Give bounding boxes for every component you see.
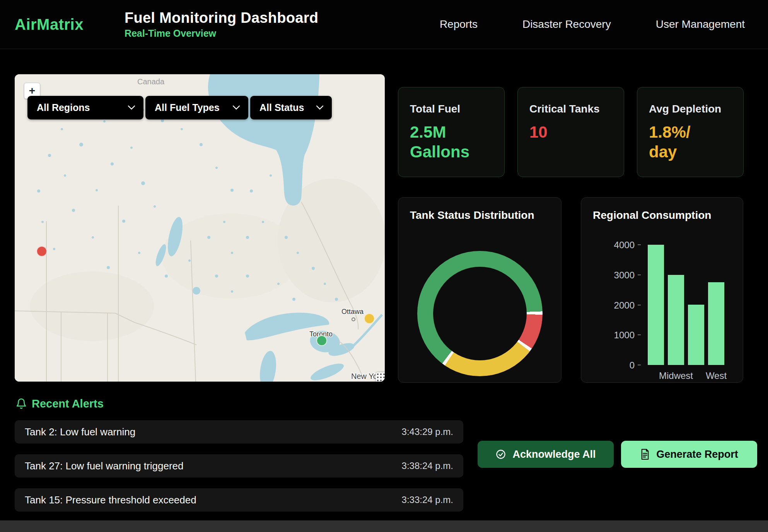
status-dropdown-value: All Status bbox=[259, 102, 304, 113]
y-tick-label: 4000 bbox=[600, 240, 635, 251]
stat-value-total-fuel: 2.5M Gallons bbox=[410, 122, 478, 162]
bar[interactable] bbox=[668, 275, 684, 365]
fuel-types-dropdown-value: All Fuel Types bbox=[155, 102, 220, 113]
stat-card-critical-tanks: Critical Tanks 10 bbox=[517, 87, 624, 177]
bottom-strip bbox=[0, 520, 768, 532]
alert-row[interactable]: Tank 15: Pressure threshold exceeded 3:3… bbox=[15, 488, 463, 512]
y-tick-label: 3000 bbox=[600, 270, 635, 281]
alert-message: Tank 15: Pressure threshold exceeded bbox=[25, 494, 196, 506]
alert-timestamp: 3:38:24 p.m. bbox=[402, 460, 453, 471]
critical-tank-marker[interactable] bbox=[37, 246, 47, 256]
bell-icon bbox=[15, 397, 27, 411]
map[interactable]: Canada Ottawa Toronto New York bbox=[15, 74, 385, 382]
map-drag-handle-icon[interactable] bbox=[376, 372, 385, 382]
map-label-ottawa: Ottawa bbox=[341, 308, 364, 315]
nav-reports[interactable]: Reports bbox=[440, 18, 478, 31]
tank-status-distribution-card: Tank Status Distribution bbox=[398, 197, 561, 383]
bar[interactable] bbox=[648, 245, 664, 365]
normal-tank-marker[interactable] bbox=[317, 336, 327, 346]
alert-row[interactable]: Tank 2: Low fuel warning 3:43:29 p.m. bbox=[15, 420, 463, 443]
stat-label: Avg Depletion bbox=[649, 103, 732, 115]
stat-card-total-fuel: Total Fuel 2.5M Gallons bbox=[398, 87, 505, 177]
map-panel[interactable]: Canada Ottawa Toronto New York + All Reg… bbox=[15, 74, 385, 382]
bar[interactable] bbox=[708, 282, 724, 365]
stat-label: Critical Tanks bbox=[529, 103, 612, 115]
recent-alerts-title: Recent Alerts bbox=[32, 397, 104, 410]
stat-label: Total Fuel bbox=[410, 103, 493, 115]
warning-tank-marker[interactable] bbox=[364, 314, 374, 324]
map-label-canada: Canada bbox=[137, 77, 165, 86]
nav-user-management[interactable]: User Management bbox=[656, 18, 745, 31]
page-subtitle: Real-Time Overview bbox=[125, 28, 318, 39]
nav-disaster-recovery[interactable]: Disaster Recovery bbox=[522, 18, 611, 31]
regional-consumption-bar-chart[interactable] bbox=[648, 245, 733, 365]
brand-logo[interactable]: AirMatrix bbox=[15, 16, 84, 33]
acknowledge-all-button[interactable]: Acknowledge All bbox=[478, 441, 614, 468]
chevron-down-icon bbox=[128, 106, 135, 110]
alert-message: Tank 27: Low fuel warning triggered bbox=[25, 460, 183, 472]
chevron-down-icon bbox=[233, 106, 240, 110]
acknowledge-all-label: Acknowledge All bbox=[512, 448, 596, 460]
regions-dropdown[interactable]: All Regions bbox=[27, 96, 143, 119]
bar[interactable] bbox=[688, 305, 704, 365]
fuel-types-dropdown[interactable]: All Fuel Types bbox=[145, 96, 248, 119]
app-header: AirMatrix Fuel Monitoring Dashboard Real… bbox=[0, 0, 768, 49]
regional-consumption-card: Regional Consumption 01000200030004000 M… bbox=[581, 197, 743, 383]
generate-report-label: Generate Report bbox=[656, 448, 738, 460]
y-tick-label: 1000 bbox=[600, 330, 635, 341]
alert-row[interactable]: Tank 27: Low fuel warning triggered 3:38… bbox=[15, 454, 463, 477]
alert-timestamp: 3:43:29 p.m. bbox=[402, 426, 453, 437]
stat-value-critical-tanks: 10 bbox=[529, 122, 597, 142]
bar-chart-title: Regional Consumption bbox=[581, 198, 743, 222]
main-nav: Reports Disaster Recovery User Managemen… bbox=[440, 18, 745, 31]
stat-value-avg-depletion: 1.8%/ day bbox=[649, 122, 717, 162]
alert-timestamp: 3:33:24 p.m. bbox=[402, 494, 453, 505]
x-tick-label: Midwest bbox=[659, 370, 693, 381]
status-dropdown[interactable]: All Status bbox=[250, 96, 332, 119]
document-icon bbox=[640, 449, 650, 460]
generate-report-button[interactable]: Generate Report bbox=[621, 441, 757, 468]
title-block: Fuel Monitoring Dashboard Real-Time Over… bbox=[125, 10, 318, 39]
y-tick-label: 0 bbox=[600, 360, 635, 371]
y-tick-label: 2000 bbox=[600, 300, 635, 311]
alert-message: Tank 2: Low fuel warning bbox=[25, 426, 135, 438]
regions-dropdown-value: All Regions bbox=[37, 102, 90, 113]
donut-chart-title: Tank Status Distribution bbox=[398, 198, 561, 222]
page-title: Fuel Monitoring Dashboard bbox=[125, 10, 318, 26]
check-circle-icon bbox=[495, 449, 506, 460]
tank-status-donut-chart[interactable] bbox=[417, 251, 543, 376]
chevron-down-icon bbox=[316, 106, 323, 110]
x-tick-label: West bbox=[706, 370, 727, 381]
stat-card-avg-depletion: Avg Depletion 1.8%/ day bbox=[637, 87, 744, 177]
